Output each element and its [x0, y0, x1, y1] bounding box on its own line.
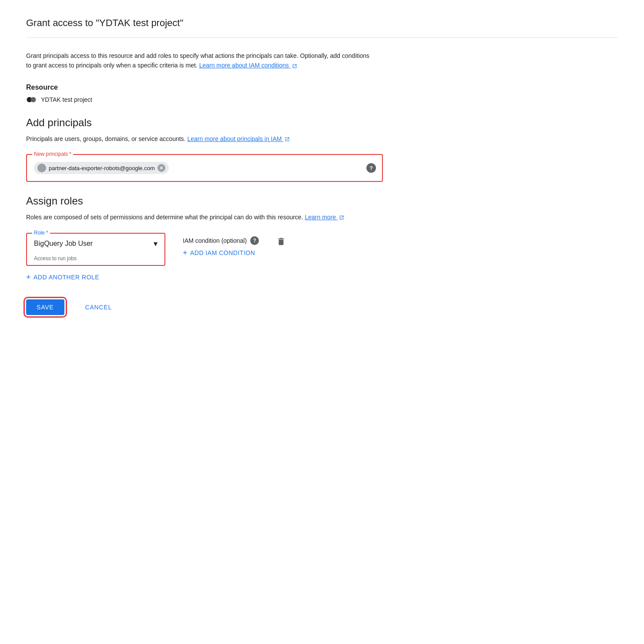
description-text: Grant principals access to this resource… — [26, 51, 374, 70]
resource-icon — [26, 96, 37, 104]
iam-right-area: IAM condition (optional) ? + ADD IAM CON… — [183, 236, 286, 258]
add-principals-title: Add principals — [26, 117, 618, 129]
role-field[interactable]: Role * BigQuery Job User ▾ Access to run… — [26, 233, 165, 266]
resource-name: YDTAK test project — [41, 96, 92, 103]
resource-section: Resource YDTAK test project — [26, 84, 618, 104]
chip-avatar — [37, 164, 46, 172]
add-principals-section: Add principals Principals are users, gro… — [26, 117, 618, 182]
role-select[interactable]: BigQuery Job User ▾ — [27, 234, 164, 254]
add-another-role-label: ADD ANOTHER ROLE — [34, 274, 99, 281]
iam-condition-label: IAM condition (optional) — [183, 237, 247, 244]
iam-condition-area: IAM condition (optional) ? + ADD IAM CON… — [183, 236, 259, 258]
new-principals-label: New principals * — [32, 151, 73, 157]
role-value: BigQuery Job User — [34, 240, 93, 248]
add-another-role-button[interactable]: + ADD ANOTHER ROLE — [26, 273, 618, 282]
page-title: Grant access to "YDTAK test project" — [26, 17, 618, 38]
assign-roles-section: Assign roles Roles are composed of sets … — [26, 195, 618, 282]
new-principals-input[interactable]: New principals * partner-data-exporter-r… — [26, 154, 383, 182]
role-dropdown-arrow: ▾ — [154, 239, 158, 248]
principals-help-icon[interactable]: ? — [366, 163, 376, 173]
assign-roles-title: Assign roles — [26, 195, 618, 207]
principal-chip[interactable]: partner-data-exporter-robots@google.com … — [34, 162, 169, 174]
add-condition-plus-icon: + — [183, 248, 188, 258]
chip-close-button[interactable]: ✕ — [158, 164, 165, 172]
external-link-icon — [292, 64, 297, 69]
add-role-plus-icon: + — [26, 273, 31, 282]
chip-container: partner-data-exporter-robots@google.com … — [34, 160, 375, 176]
action-buttons: SAVE CANCEL — [26, 299, 618, 315]
delete-role-button[interactable] — [276, 236, 286, 249]
principals-description: Principals are users, groups, domains, o… — [26, 134, 383, 144]
save-button[interactable]: SAVE — [26, 299, 64, 315]
principals-iam-link[interactable]: Learn more about principals in IAM — [187, 135, 290, 142]
principals-external-link-icon — [285, 137, 290, 142]
cancel-button[interactable]: CANCEL — [75, 299, 123, 315]
roles-learn-more-link[interactable]: Learn more — [305, 214, 344, 221]
roles-external-link-icon — [339, 215, 344, 220]
role-row: Role * BigQuery Job User ▾ Access to run… — [26, 233, 618, 266]
add-iam-condition-button[interactable]: + ADD IAM CONDITION — [183, 248, 259, 258]
iam-conditions-link[interactable]: Learn more about IAM conditions — [199, 62, 297, 69]
resource-section-title: Resource — [26, 84, 618, 91]
description-body: Grant principals access to this resource… — [26, 52, 369, 69]
roles-description: Roles are composed of sets of permission… — [26, 212, 383, 222]
iam-condition-header: IAM condition (optional) ? — [183, 236, 259, 245]
role-label: Role * — [32, 230, 50, 236]
role-hint: Access to run jobs — [27, 254, 164, 265]
iam-condition-help-icon[interactable]: ? — [250, 236, 259, 245]
svg-point-1 — [31, 97, 36, 102]
add-condition-label: ADD IAM CONDITION — [190, 249, 255, 256]
chip-value: partner-data-exporter-robots@google.com — [49, 165, 155, 171]
resource-item: YDTAK test project — [26, 96, 618, 104]
